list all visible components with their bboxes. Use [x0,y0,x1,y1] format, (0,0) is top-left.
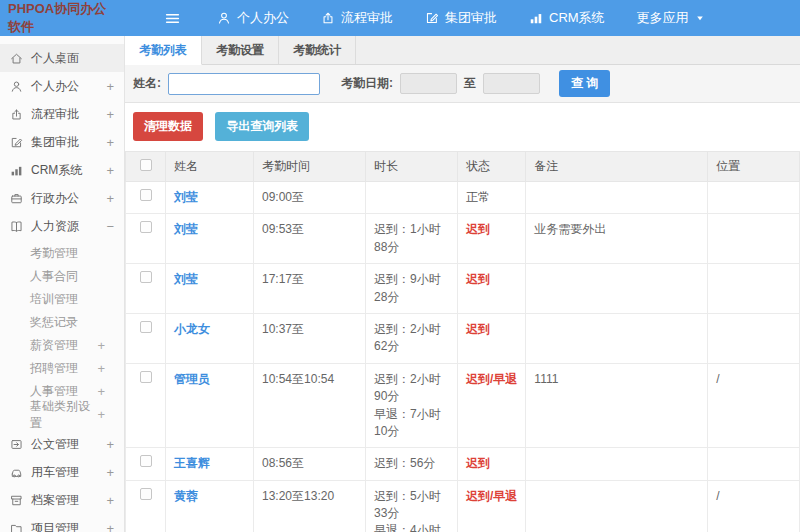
topnav-item-group-approval[interactable]: 集团审批 [425,9,497,27]
tab-attendance-settings[interactable]: 考勤设置 [202,36,279,64]
select-all-checkbox[interactable] [140,159,152,171]
row-checkbox[interactable] [140,488,152,500]
sidebar-item-workflow-approval[interactable]: 流程审批+ [0,100,124,128]
row-checkbox[interactable] [140,321,152,333]
expand-toggle-icon[interactable]: + [106,521,114,532]
sidebar-subitem-label: 薪资管理 [30,337,78,354]
sidebar-subitem-base-category-settings[interactable]: 基础类别设置+ [0,403,124,426]
topnav-item-more-apps[interactable]: 更多应用 [637,9,705,27]
status-cell: 迟到 [458,313,526,363]
duration-cell: 迟到：2小时62分 [366,313,458,363]
name-filter-label: 姓名: [133,75,161,92]
sidebar-item-label: 流程审批 [31,106,79,123]
row-select-cell [126,363,166,448]
note-cell [526,480,708,532]
sidebar-item-vehicle-management[interactable]: 用车管理+ [0,458,124,486]
topnav-item-label: 集团审批 [445,9,497,27]
sidebar-subitem-personnel-contract[interactable]: 人事合同 [0,265,124,288]
export-list-button[interactable]: 导出查询列表 [215,112,309,141]
employee-name-link[interactable]: 刘莹 [174,190,198,204]
expand-toggle-icon[interactable]: + [97,407,105,422]
sidebar-subitem-attendance-management[interactable]: 考勤管理 [0,242,124,265]
share-icon [10,108,23,121]
expand-toggle-icon[interactable]: + [106,493,114,508]
expand-toggle-icon[interactable]: + [97,384,105,399]
search-button[interactable]: 查 询 [559,70,610,97]
topbar: PHPOA协同办公软件 个人办公流程审批集团审批CRM系统更多应用 [0,0,800,36]
row-checkbox[interactable] [140,221,152,233]
sidebar-item-crm-system[interactable]: CRM系统+ [0,156,124,184]
employee-name-link[interactable]: 小龙女 [174,322,210,336]
row-checkbox[interactable] [140,371,152,383]
topnav-item-crm-system[interactable]: CRM系统 [529,9,605,27]
table-row: 刘莹17:17至迟到：9小时28分迟到 [126,264,800,314]
duration-line: 迟到：2小时90分 [374,371,449,406]
topnav-item-workflow-approval[interactable]: 流程审批 [321,9,393,27]
employee-name-cell: 管理员 [166,363,254,448]
home-icon [10,52,23,65]
sidebar-item-group-approval[interactable]: 集团审批+ [0,128,124,156]
topnav-item-personal-office[interactable]: 个人办公 [217,9,289,27]
duration-line: 迟到：56分 [374,455,449,472]
row-checkbox[interactable] [140,271,152,283]
clean-data-button[interactable]: 清理数据 [133,112,203,141]
doc-icon [10,438,23,451]
tab-attendance-statistics[interactable]: 考勤统计 [279,36,356,64]
sidebar-item-label: 档案管理 [31,492,79,509]
sidebar-subitem-training-management[interactable]: 培训管理 [0,288,124,311]
employee-name-link[interactable]: 黄蓉 [174,489,198,503]
main-row: 个人桌面个人办公+流程审批+集团审批+CRM系统+行政办公+人力资源−考勤管理人… [0,36,800,532]
status-badge: 迟到 [466,222,490,236]
menu-icon[interactable] [164,10,181,27]
employee-name-link[interactable]: 刘莹 [174,272,198,286]
expand-toggle-icon[interactable]: − [106,219,114,234]
expand-toggle-icon[interactable]: + [106,191,114,206]
filter-bar: 姓名: 考勤日期: 至 查 询 [125,65,800,103]
status-cell: 迟到 [458,448,526,480]
column-header: 考勤时间 [254,152,366,182]
location-cell: / [708,363,800,448]
table-row: 王喜辉08:56至迟到：56分迟到 [126,448,800,480]
date-to-input[interactable] [483,73,540,94]
row-checkbox[interactable] [140,189,152,201]
expand-toggle-icon[interactable]: + [97,338,105,353]
expand-toggle-icon[interactable]: + [106,107,114,122]
sidebar-subitem-label: 考勤管理 [30,245,78,262]
row-checkbox[interactable] [140,455,152,467]
sidebar-item-personal-office[interactable]: 个人办公+ [0,72,124,100]
sidebar-item-label: 个人办公 [31,78,79,95]
table-row: 黄蓉13:20至13:20迟到：5小时33分早退：4小时67分迟到/早退/ [126,480,800,532]
expand-toggle-icon[interactable]: + [106,135,114,150]
expand-toggle-icon[interactable]: + [106,79,114,94]
edit-icon [10,136,23,149]
car-icon [10,466,23,479]
employee-name-link[interactable]: 刘莹 [174,222,198,236]
sidebar-subitem-recruitment-management[interactable]: 招聘管理+ [0,357,124,380]
expand-toggle-icon[interactable]: + [106,465,114,480]
sidebar-item-archive-management[interactable]: 档案管理+ [0,486,124,514]
sidebar: 个人桌面个人办公+流程审批+集团审批+CRM系统+行政办公+人力资源−考勤管理人… [0,36,125,532]
sidebar-item-personal-desktop[interactable]: 个人桌面 [0,44,124,72]
tab-attendance-list[interactable]: 考勤列表 [125,36,202,65]
sidebar-subitem-reward-punishment-records[interactable]: 奖惩记录 [0,311,124,334]
duration-line: 早退：7小时10分 [374,406,449,441]
expand-toggle-icon[interactable]: + [106,437,114,452]
employee-name-link[interactable]: 王喜辉 [174,456,210,470]
location-cell [708,313,800,363]
employee-name-link[interactable]: 管理员 [174,372,210,386]
sidebar-item-human-resources[interactable]: 人力资源− [0,212,124,240]
note-cell: 业务需要外出 [526,214,708,264]
sidebar-item-project-management[interactable]: 项目管理+ [0,514,124,532]
sidebar-item-document-management[interactable]: 公文管理+ [0,430,124,458]
expand-toggle-icon[interactable]: + [106,163,114,178]
book-icon [10,220,23,233]
date-from-input[interactable] [400,73,457,94]
sidebar-subitem-salary-management[interactable]: 薪资管理+ [0,334,124,357]
sidebar-item-label: 行政办公 [31,190,79,207]
caret-down-icon [695,13,705,23]
employee-name-cell: 小龙女 [166,313,254,363]
name-filter-input[interactable] [168,73,320,95]
attendance-table: 姓名考勤时间时长状态备注位置 刘莹09:00至正常刘莹09:53至迟到：1小时8… [125,151,800,532]
expand-toggle-icon[interactable]: + [97,361,105,376]
sidebar-item-admin-office[interactable]: 行政办公+ [0,184,124,212]
